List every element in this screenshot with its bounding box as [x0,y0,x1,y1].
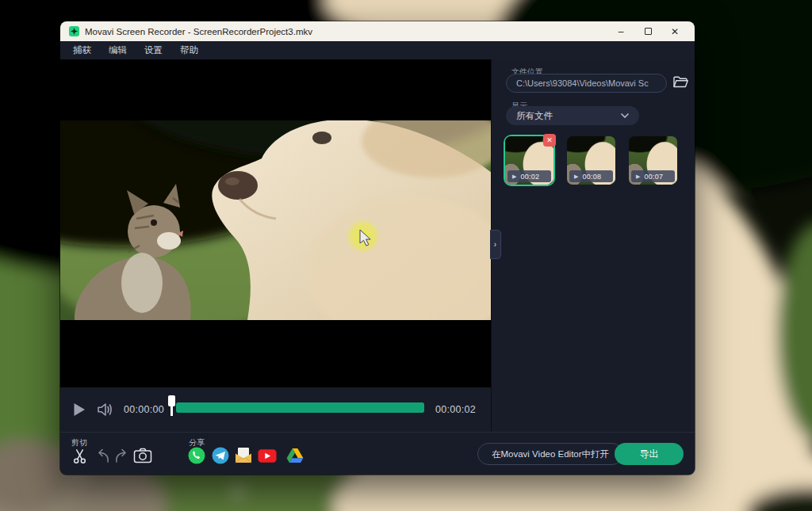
share-email-button[interactable] [234,446,253,465]
duration-text: 00:08 [582,173,601,181]
recordings-list: ✕ ▶ 00:02 ▶ 00:08 [505,136,677,185]
telegram-icon [212,447,229,464]
duration-text: 00:02 [520,173,539,181]
close-button[interactable]: ✕ [661,21,688,41]
maximize-icon [645,28,652,35]
minimize-button[interactable]: – [607,21,634,41]
video-preview-area[interactable] [60,59,491,387]
open-in-video-editor-button[interactable]: 在Movavi Video Editor中打开 [477,443,623,465]
file-location-input[interactable] [506,74,667,93]
playback-controls: 00:00:00 00:00:02 [60,387,491,432]
chevron-down-icon [621,113,629,118]
recording-thumbnail-2[interactable]: ▶ 00:08 [567,136,615,185]
playhead-handle[interactable] [168,395,175,406]
files-panel: › 文件位置 显示 所有文件 [492,59,694,432]
panel-collapse-tab[interactable]: › [490,230,501,259]
share-google-drive-button[interactable] [285,446,304,465]
screenshot-button[interactable] [133,446,152,465]
duration-badge: ▶ 00:02 [508,170,551,182]
play-icon: ▶ [636,174,640,180]
duration-badge: ▶ 00:08 [569,170,613,182]
whatsapp-icon [188,447,205,464]
total-time: 00:00:02 [435,404,476,415]
scissors-icon [71,448,88,464]
menu-settings[interactable]: 设置 [143,44,164,56]
share-telegram-button[interactable] [211,446,230,465]
open-in-video-editor-label: 在Movavi Video Editor中打开 [492,448,609,460]
video-player: 00:00:00 00:00:02 [60,59,492,432]
cut-button[interactable] [70,446,89,465]
redo-button[interactable] [112,446,131,465]
email-icon [234,447,253,464]
folder-icon [673,76,688,89]
chevron-right-icon: › [494,240,496,249]
video-frame-image [60,120,491,320]
volume-icon[interactable] [97,402,113,417]
play-icon: ▶ [512,174,516,180]
redo-icon [113,448,129,463]
play-icon: ▶ [574,174,578,180]
progress-bar[interactable] [176,402,424,413]
export-label: 导出 [640,448,659,461]
desktop-wallpaper: Movavi Screen Recorder - ScreenRecorderP… [0,0,812,511]
window-title: Movavi Screen Recorder - ScreenRecorderP… [85,27,607,36]
camera-icon [133,448,152,463]
bottom-toolbar: 剪切 [60,432,695,475]
app-window: Movavi Screen Recorder - ScreenRecorderP… [60,21,695,475]
export-button[interactable]: 导出 [615,443,684,465]
video-frame [60,120,491,320]
recording-thumbnail-1[interactable]: ✕ ▶ 00:02 [505,136,553,185]
dropdown-value: 所有文件 [516,110,553,122]
progress-fill [176,402,424,413]
youtube-icon [258,448,277,463]
recording-thumbnail-3[interactable]: ▶ 00:07 [629,136,677,185]
play-button[interactable] [73,402,86,417]
file-filter-dropdown[interactable]: 所有文件 [506,106,639,125]
title-bar[interactable]: Movavi Screen Recorder - ScreenRecorderP… [60,21,695,41]
google-drive-icon [286,448,304,463]
menu-bar: 捕获 编辑 设置 帮助 [60,41,695,59]
menu-capture[interactable]: 捕获 [71,44,93,56]
duration-badge: ▶ 00:07 [631,170,675,182]
movavi-app-icon [69,26,79,36]
delete-recording-button[interactable]: ✕ [543,134,556,147]
share-youtube-button[interactable] [258,446,277,465]
undo-button[interactable] [94,446,113,465]
menu-edit[interactable]: 编辑 [107,44,128,56]
duration-text: 00:07 [644,173,663,181]
current-time: 00:00:00 [124,404,164,415]
menu-help[interactable]: 帮助 [178,44,200,56]
undo-icon [95,448,111,463]
maximize-button[interactable] [634,21,661,41]
share-whatsapp-button[interactable] [187,446,206,465]
browse-folder-button[interactable] [672,75,688,90]
